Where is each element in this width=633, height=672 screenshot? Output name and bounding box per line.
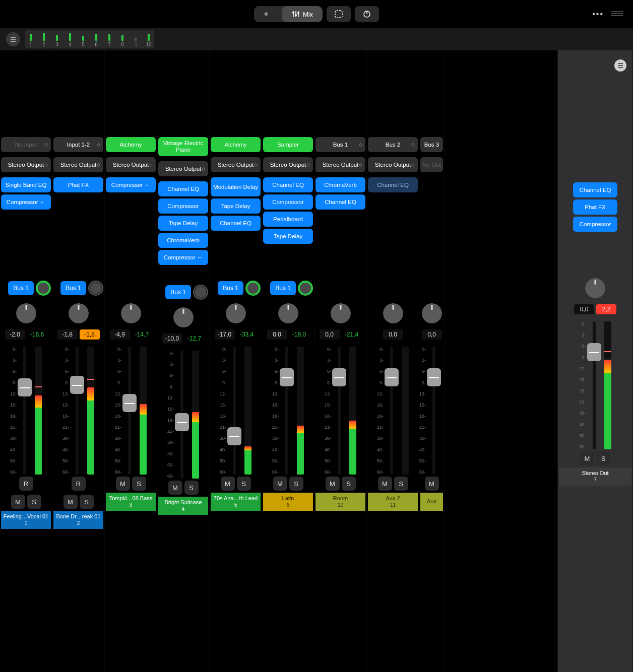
mute-button[interactable]: M bbox=[273, 477, 287, 491]
record-button[interactable]: R bbox=[19, 477, 33, 491]
fader[interactable] bbox=[227, 347, 241, 475]
channel-slot[interactable]: Bus 1◇ bbox=[315, 137, 365, 152]
pan-knob[interactable] bbox=[278, 303, 298, 323]
solo-button[interactable]: S bbox=[132, 477, 146, 491]
channel-slot[interactable]: Compressor bbox=[263, 194, 313, 210]
fader-cap[interactable] bbox=[587, 343, 601, 361]
overview-track[interactable]: 10 bbox=[145, 34, 152, 47]
overview-track[interactable]: 6 bbox=[93, 34, 100, 47]
send-knob[interactable] bbox=[88, 281, 103, 296]
mix-button[interactable]: Mix bbox=[282, 6, 323, 22]
overview-track[interactable]: 7 bbox=[106, 34, 113, 47]
send-button[interactable]: Bus 1 bbox=[218, 281, 243, 295]
track-name-plate[interactable]: Latin 6 bbox=[263, 493, 313, 511]
send-button[interactable]: Bus 1 bbox=[270, 281, 296, 295]
channel-slot[interactable]: Stereo Output◇ bbox=[263, 157, 313, 172]
mute-button[interactable]: M bbox=[580, 451, 594, 465]
channel-slot[interactable]: Stereo Output◇ bbox=[211, 157, 261, 172]
track-name-plate[interactable]: Tompki…08 Bass 3 bbox=[106, 493, 156, 511]
pan-knob[interactable] bbox=[173, 307, 194, 327]
track-name-plate[interactable]: Aux 2 11 bbox=[368, 493, 418, 511]
solo-button[interactable]: S bbox=[184, 481, 199, 495]
channel-slot[interactable]: Phat FX bbox=[53, 177, 103, 192]
fader[interactable] bbox=[18, 347, 32, 475]
send-knob[interactable] bbox=[245, 281, 261, 296]
channel-slot[interactable]: Stereo Output◇ bbox=[315, 157, 365, 172]
fader[interactable] bbox=[587, 321, 601, 449]
track-name-plate[interactable]: Bone Dr…reak 01 2 bbox=[53, 511, 103, 529]
channel-slot[interactable]: Alchemy bbox=[106, 137, 156, 152]
solo-button[interactable]: S bbox=[80, 495, 94, 509]
send-knob[interactable] bbox=[298, 281, 313, 296]
pan-knob[interactable] bbox=[226, 303, 246, 323]
fader[interactable] bbox=[175, 351, 189, 479]
fader[interactable] bbox=[332, 347, 346, 475]
pan-knob[interactable] bbox=[121, 303, 141, 323]
track-name-plate[interactable]: 70s Ana…th Lead 5 bbox=[211, 493, 261, 511]
channel-slot[interactable]: Stereo Output◇ bbox=[106, 157, 156, 172]
channel-slot[interactable]: Compressor ← bbox=[158, 250, 208, 265]
track-name-plate[interactable]: Bright Suitcase 4 bbox=[158, 497, 208, 515]
channel-slot[interactable]: Compressor bbox=[573, 217, 617, 232]
mute-button[interactable]: M bbox=[11, 495, 25, 509]
pan-knob[interactable] bbox=[331, 303, 351, 323]
pan-knob[interactable] bbox=[422, 303, 442, 323]
channel-slot[interactable]: Channel EQ bbox=[573, 182, 617, 197]
send-knob[interactable] bbox=[36, 281, 51, 296]
solo-button[interactable]: S bbox=[289, 477, 303, 491]
track-name-plate[interactable]: Stereo Out 7 bbox=[559, 467, 631, 486]
channel-slot[interactable]: Single Band EQ bbox=[1, 177, 51, 192]
record-button[interactable]: R bbox=[72, 477, 86, 491]
fader-cap[interactable] bbox=[175, 413, 189, 431]
channel-slot[interactable]: Modulation Delay bbox=[211, 177, 261, 196]
overview-track[interactable]: 5 bbox=[80, 36, 87, 47]
mute-button[interactable]: M bbox=[378, 477, 392, 491]
channel-slot[interactable]: Pedalboard bbox=[263, 212, 313, 227]
channel-slot[interactable]: Phat FX bbox=[573, 199, 617, 215]
mute-button[interactable]: M bbox=[326, 477, 340, 491]
overview-track[interactable]: 1 bbox=[27, 34, 34, 47]
channel-slot[interactable]: Stereo Output◇ bbox=[368, 157, 418, 172]
overview-track[interactable]: 8 bbox=[119, 35, 126, 47]
channel-slot[interactable]: Stereo Output◇ bbox=[158, 161, 208, 176]
solo-button[interactable]: S bbox=[27, 495, 41, 509]
fader[interactable] bbox=[70, 347, 84, 475]
channel-slot[interactable]: Tape Delay bbox=[211, 198, 261, 214]
overview-menu-button[interactable] bbox=[6, 32, 20, 46]
channel-slot[interactable]: Compressor bbox=[158, 198, 208, 214]
overview-track[interactable]: 2 bbox=[40, 33, 47, 47]
pan-knob[interactable] bbox=[69, 303, 89, 323]
power-button[interactable] bbox=[355, 6, 379, 22]
channel-slot[interactable]: Stereo Output◇ bbox=[53, 157, 103, 172]
mute-button[interactable]: M bbox=[221, 477, 235, 491]
channel-slot[interactable]: Channel EQ bbox=[315, 194, 365, 210]
fader-cap[interactable] bbox=[280, 368, 294, 386]
channel-slot[interactable]: No Input◇ bbox=[1, 137, 51, 152]
channel-slot[interactable]: ChromaVerb bbox=[315, 177, 365, 192]
channel-slot[interactable]: Stereo Output◇ bbox=[1, 157, 51, 172]
fader-cap[interactable] bbox=[385, 368, 399, 386]
fader-cap[interactable] bbox=[18, 378, 32, 396]
fader[interactable] bbox=[385, 347, 399, 475]
mute-button[interactable]: M bbox=[168, 481, 182, 495]
channel-slot[interactable]: Sampler bbox=[263, 137, 313, 152]
channel-slot[interactable]: Channel EQ bbox=[263, 177, 313, 192]
channel-slot[interactable]: No Out bbox=[420, 157, 443, 172]
fader-cap[interactable] bbox=[70, 376, 84, 394]
channel-slot[interactable]: Compressor ← bbox=[1, 194, 51, 210]
fader-cap[interactable] bbox=[332, 368, 346, 386]
overview-track[interactable]: 4 bbox=[67, 33, 74, 47]
channel-slot[interactable]: Channel EQ bbox=[158, 181, 208, 196]
solo-button[interactable]: S bbox=[394, 477, 408, 491]
fader[interactable] bbox=[280, 347, 294, 475]
mute-button[interactable]: M bbox=[64, 495, 78, 509]
selection-button[interactable] bbox=[327, 6, 351, 22]
more-button[interactable]: ••• bbox=[592, 10, 604, 19]
pan-knob[interactable] bbox=[16, 303, 36, 323]
mute-button[interactable]: M bbox=[425, 477, 439, 491]
channel-slot[interactable]: Compressor ← bbox=[106, 177, 156, 192]
solo-button[interactable]: S bbox=[237, 477, 251, 491]
solo-button[interactable]: S bbox=[596, 451, 610, 465]
pan-knob[interactable] bbox=[383, 303, 403, 323]
channel-slot[interactable]: Alchemy bbox=[211, 137, 261, 152]
